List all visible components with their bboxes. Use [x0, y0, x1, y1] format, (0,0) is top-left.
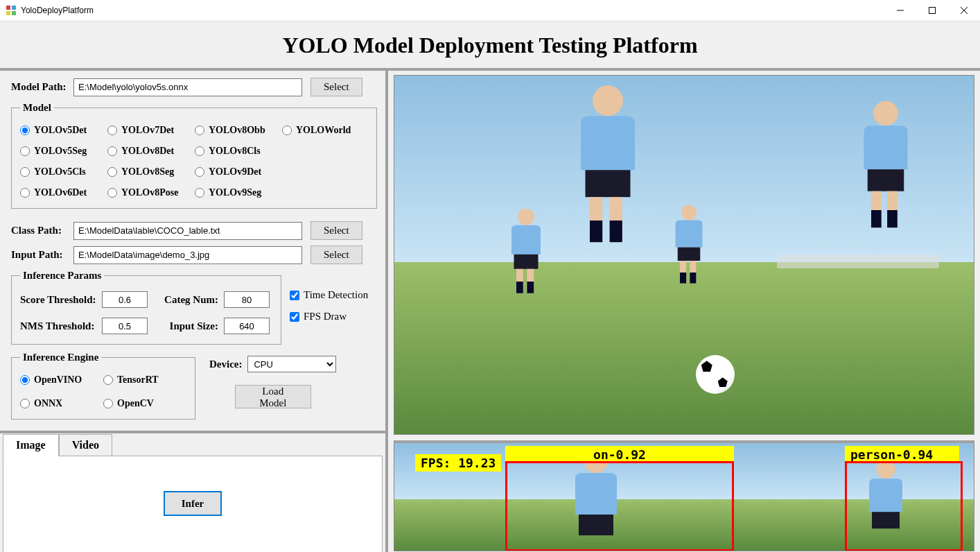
infer-button[interactable]: Infer — [164, 491, 222, 516]
model-radio-yolov5cls[interactable] — [20, 167, 30, 177]
model-option-yoloworld[interactable]: YOLOWorld — [282, 125, 365, 136]
load-model-button[interactable]: Load Model — [235, 385, 311, 408]
model-radio-yolov5seg[interactable] — [20, 146, 30, 156]
fps-draw-checkbox[interactable]: FPS Draw — [290, 311, 368, 322]
categ-num-label: Categ Num: — [156, 294, 218, 306]
svg-rect-3 — [12, 11, 16, 15]
detection-box-0 — [505, 461, 734, 551]
model-option-yolov8det[interactable]: YOLOv8Det — [107, 146, 191, 157]
model-path-label: Model Path: — [11, 81, 73, 93]
class-path-select-button[interactable]: Select — [310, 221, 362, 240]
svg-rect-5 — [929, 8, 936, 14]
model-radio-yolov9seg[interactable] — [195, 188, 204, 198]
input-path-select-button[interactable]: Select — [310, 245, 362, 264]
engine-option-tensorrt[interactable]: TensorRT — [103, 374, 186, 386]
minimize-button[interactable] — [884, 0, 916, 21]
model-option-yolov8obb[interactable]: YOLOv8Obb — [195, 125, 278, 136]
engine-option-opencv[interactable]: OpenCV — [103, 398, 186, 409]
model-radio-yolov8seg[interactable] — [107, 167, 117, 177]
titlebar: YoloDeployPlatform — [0, 0, 980, 21]
model-radio-yolov5det[interactable] — [20, 126, 30, 135]
close-button[interactable] — [948, 0, 980, 21]
model-radio-yolov9det[interactable] — [195, 167, 204, 177]
score-threshold-input[interactable] — [102, 291, 148, 308]
page-title: YOLO Model Deployment Testing Platform — [0, 21, 980, 71]
model-radio-yolov7det[interactable] — [107, 126, 117, 135]
svg-rect-0 — [6, 6, 10, 10]
tab-image[interactable]: Image — [3, 434, 59, 456]
output-image-preview: FPS: 19.23 on-0.92 person-0.94 — [394, 440, 974, 551]
left-panel: Model Path: Select Model YOLOv5DetYOLOv7… — [0, 71, 388, 552]
engine-radio-openvino[interactable] — [20, 375, 30, 385]
model-option-yolov6det[interactable]: YOLOv6Det — [20, 187, 103, 198]
model-option-yolov7det[interactable]: YOLOv7Det — [107, 125, 191, 136]
input-mode-tabs: Image Video Infer — [0, 431, 385, 552]
input-path-input[interactable] — [73, 246, 302, 264]
model-option-yolov9seg[interactable]: YOLOv9Seg — [195, 187, 278, 198]
model-option-yolov9det[interactable]: YOLOv9Det — [195, 166, 278, 178]
model-option-yolov5det[interactable]: YOLOv5Det — [20, 125, 103, 136]
model-group: Model YOLOv5DetYOLOv7DetYOLOv8ObbYOLOWor… — [11, 102, 377, 209]
svg-rect-2 — [6, 11, 10, 15]
nms-threshold-label: NMS Threshold: — [20, 320, 96, 332]
svg-rect-1 — [12, 6, 16, 10]
inference-engine-legend: Inference Engine — [20, 352, 101, 363]
model-radio-yolov8det[interactable] — [107, 146, 117, 156]
detection-box-1 — [845, 461, 963, 551]
inference-engine-group: Inference Engine OpenVINOTensorRTONNXOpe… — [11, 352, 195, 420]
model-option-yolov5seg[interactable]: YOLOv5Seg — [20, 146, 103, 157]
class-path-input[interactable] — [73, 222, 302, 240]
class-path-label: Class Path: — [11, 225, 73, 236]
engine-radio-tensorrt[interactable] — [103, 375, 113, 385]
model-path-select-button[interactable]: Select — [310, 78, 362, 96]
tab-video[interactable]: Video — [59, 434, 112, 456]
fps-draw-input[interactable] — [290, 312, 299, 322]
inference-params-group: Inference Params Score Threshold: Categ … — [11, 270, 281, 345]
engine-option-onnx[interactable]: ONNX — [20, 398, 103, 409]
model-option-yolov5cls[interactable]: YOLOv5Cls — [20, 166, 103, 178]
input-size-label: Input Size: — [156, 320, 218, 332]
maximize-button[interactable] — [916, 0, 948, 21]
model-radio-yoloworld[interactable] — [282, 126, 292, 135]
time-detection-input[interactable] — [290, 291, 299, 300]
input-path-label: Input Path: — [11, 249, 73, 261]
model-group-legend: Model — [20, 102, 54, 114]
time-detection-checkbox[interactable]: Time Detection — [290, 289, 368, 301]
device-select[interactable]: CPUGPU — [247, 356, 336, 372]
fps-badge: FPS: 19.23 — [415, 454, 501, 472]
input-size-input[interactable] — [224, 318, 270, 334]
categ-num-input[interactable] — [224, 291, 270, 308]
input-image-preview — [394, 75, 974, 435]
nms-threshold-input[interactable] — [102, 318, 148, 334]
model-radio-yolov8cls[interactable] — [195, 146, 204, 156]
model-radio-yolov8pose[interactable] — [107, 188, 117, 198]
app-icon — [6, 5, 17, 16]
model-option-yolov8pose[interactable]: YOLOv8Pose — [107, 187, 191, 198]
engine-radio-onnx[interactable] — [20, 399, 30, 408]
device-label: Device: — [209, 359, 242, 370]
score-threshold-label: Score Threshold: — [20, 294, 96, 306]
model-path-input[interactable] — [73, 78, 302, 96]
inference-params-legend: Inference Params — [20, 270, 104, 282]
model-radio-yolov6det[interactable] — [20, 188, 30, 198]
model-option-yolov8seg[interactable]: YOLOv8Seg — [107, 166, 191, 178]
model-option-yolov8cls[interactable]: YOLOv8Cls — [195, 146, 278, 157]
model-radio-yolov8obb[interactable] — [195, 126, 204, 135]
window-title: YoloDeployPlatform — [21, 6, 884, 15]
engine-option-openvino[interactable]: OpenVINO — [20, 374, 103, 386]
right-panel: FPS: 19.23 on-0.92 person-0.94 — [388, 71, 980, 552]
engine-radio-opencv[interactable] — [103, 399, 113, 408]
